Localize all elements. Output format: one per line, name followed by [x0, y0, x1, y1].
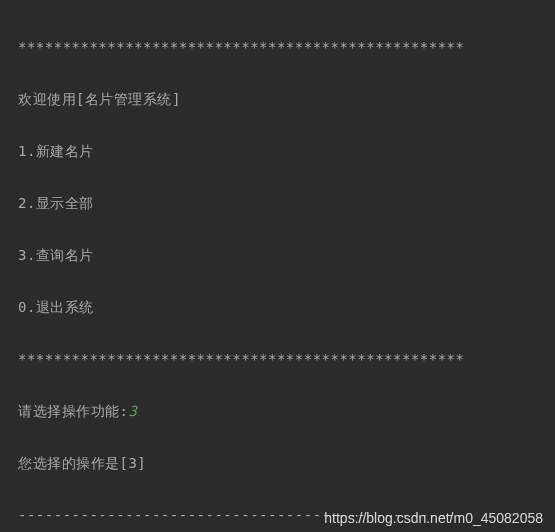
menu-item-showall: 2.显示全部: [18, 190, 541, 216]
menu-item-exit: 0.退出系统: [18, 294, 541, 320]
menu-item-new: 1.新建名片: [18, 138, 541, 164]
input-select[interactable]: 3: [128, 403, 137, 419]
prompt-select-text: 请选择操作功能:: [18, 403, 128, 419]
terminal-output: ****************************************…: [0, 0, 555, 532]
menu-item-query: 3.查询名片: [18, 242, 541, 268]
prompt-select-line: 请选择操作功能:3: [18, 398, 541, 424]
banner-stars-mid: ****************************************…: [18, 346, 541, 372]
watermark-url: https://blog.csdn.net/m0_45082058: [324, 510, 543, 526]
banner-stars-top: ****************************************…: [18, 34, 541, 60]
welcome-line: 欢迎使用[名片管理系统]: [18, 86, 541, 112]
echo-select: 您选择的操作是[3]: [18, 450, 541, 476]
